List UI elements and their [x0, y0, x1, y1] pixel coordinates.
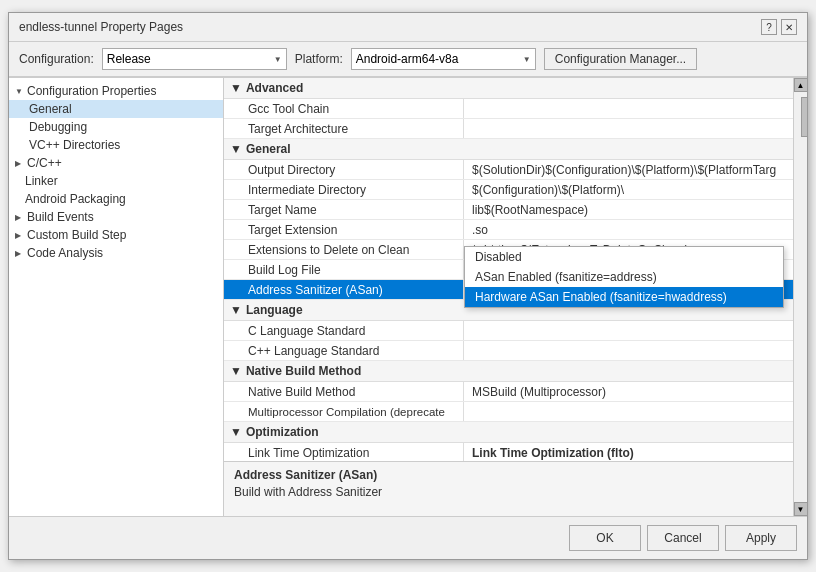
left-tree-panel: ▼ Configuration Properties General Debug… — [9, 78, 224, 516]
tree-item-build-events[interactable]: ▶ Build Events — [9, 208, 223, 226]
dropdown-item-hwasan[interactable]: Hardware ASan Enabled (fsanitize=hwaddre… — [465, 287, 783, 307]
config-label: Configuration: — [19, 52, 94, 66]
scroll-thumb[interactable] — [801, 97, 808, 137]
section-expand-icon: ▼ — [230, 81, 242, 95]
prop-name: Native Build Method — [224, 382, 464, 401]
prop-name: Gcc Tool Chain — [224, 99, 464, 118]
scroll-up-button[interactable]: ▲ — [794, 78, 808, 92]
info-bar: Address Sanitizer (ASan) Build with Addr… — [224, 461, 793, 516]
tree-item-android-pkg[interactable]: Android Packaging — [9, 190, 223, 208]
ok-button[interactable]: OK — [569, 525, 641, 551]
tree-label: Custom Build Step — [27, 228, 126, 242]
prop-name: Target Extension — [224, 220, 464, 239]
prop-name: Target Name — [224, 200, 464, 219]
prop-row-target-arch[interactable]: Target Architecture — [224, 119, 793, 139]
tree-item-custom-build[interactable]: ▶ Custom Build Step — [9, 226, 223, 244]
prop-value: $(SolutionDir)$(Configuration)\$(Platfor… — [464, 160, 793, 179]
tree-item-vc-dirs[interactable]: VC++ Directories — [9, 136, 223, 154]
expand-icon-cpp: ▶ — [15, 159, 25, 168]
tree-item-general[interactable]: General — [9, 100, 223, 118]
tree-item-cpp[interactable]: ▶ C/C++ — [9, 154, 223, 172]
help-button[interactable]: ? — [761, 19, 777, 35]
prop-name: Intermediate Directory — [224, 180, 464, 199]
section-title: Language — [246, 303, 303, 317]
asan-dropdown: Disabled ASan Enabled (fsanitize=address… — [464, 246, 784, 308]
prop-name: Extensions to Delete on Clean — [224, 240, 464, 259]
section-native-build: ▼ Native Build Method — [224, 361, 793, 382]
prop-value — [464, 341, 793, 360]
tree-item-code-analysis[interactable]: ▶ Code Analysis — [9, 244, 223, 262]
tree-label: Android Packaging — [25, 192, 126, 206]
section-title: Optimization — [246, 425, 319, 439]
tree-item-debugging[interactable]: Debugging — [9, 118, 223, 136]
prop-row-native-method[interactable]: Native Build Method MSBuild (Multiproces… — [224, 382, 793, 402]
platform-dropdown-arrow: ▼ — [523, 55, 531, 64]
prop-row-target-ext[interactable]: Target Extension .so — [224, 220, 793, 240]
platform-value: Android-arm64-v8a — [356, 52, 459, 66]
prop-row-cpp-lang[interactable]: C++ Language Standard — [224, 341, 793, 361]
property-pages-dialog: endless-tunnel Property Pages ? ✕ Config… — [8, 12, 808, 560]
scroll-down-button[interactable]: ▼ — [794, 502, 808, 516]
prop-value: MSBuild (Multiprocessor) — [464, 382, 793, 401]
prop-value — [464, 119, 793, 138]
cancel-button[interactable]: Cancel — [647, 525, 719, 551]
expand-icon-code: ▶ — [15, 249, 25, 258]
section-title: Native Build Method — [246, 364, 361, 378]
prop-value — [464, 321, 793, 340]
platform-select[interactable]: Android-arm64-v8a ▼ — [351, 48, 536, 70]
section-advanced: ▼ Advanced — [224, 78, 793, 99]
prop-row-intermediate-dir[interactable]: Intermediate Directory $(Configuration)\… — [224, 180, 793, 200]
dialog-title: endless-tunnel Property Pages — [19, 20, 183, 34]
config-select[interactable]: Release ▼ — [102, 48, 287, 70]
prop-name: Output Directory — [224, 160, 464, 179]
dropdown-item-disabled[interactable]: Disabled — [465, 247, 783, 267]
tree-item-config-props[interactable]: ▼ Configuration Properties — [9, 82, 223, 100]
prop-value: $(Configuration)\$(Platform)\ — [464, 180, 793, 199]
prop-value: Link Time Optimization (flto) — [464, 443, 793, 461]
platform-label: Platform: — [295, 52, 343, 66]
tree-label: VC++ Directories — [29, 138, 120, 152]
prop-name: Link Time Optimization — [224, 443, 464, 461]
prop-row-output-dir[interactable]: Output Directory $(SolutionDir)$(Configu… — [224, 160, 793, 180]
section-expand-icon: ▼ — [230, 425, 242, 439]
right-panel-container: ▼ Advanced Gcc Tool Chain Target Archite… — [224, 78, 807, 516]
footer: OK Cancel Apply — [9, 516, 807, 559]
section-expand-icon: ▼ — [230, 142, 242, 156]
vertical-scrollbar[interactable]: ▲ ▼ — [793, 78, 807, 516]
prop-name: C++ Language Standard — [224, 341, 464, 360]
prop-value: .so — [464, 220, 793, 239]
config-dropdown-arrow: ▼ — [274, 55, 282, 64]
prop-row-target-name[interactable]: Target Name lib$(RootNamespace) — [224, 200, 793, 220]
expand-icon-custom: ▶ — [15, 231, 25, 240]
prop-row-lto[interactable]: Link Time Optimization Link Time Optimiz… — [224, 443, 793, 461]
expand-icon: ▼ — [15, 87, 25, 96]
tree-label: C/C++ — [27, 156, 62, 170]
section-optimization: ▼ Optimization — [224, 422, 793, 443]
main-content: ▼ Configuration Properties General Debug… — [9, 77, 807, 516]
dropdown-item-asan[interactable]: ASan Enabled (fsanitize=address) — [465, 267, 783, 287]
apply-button[interactable]: Apply — [725, 525, 797, 551]
info-title: Address Sanitizer (ASan) — [234, 468, 783, 482]
right-panel: ▼ Advanced Gcc Tool Chain Target Archite… — [224, 78, 793, 516]
config-value: Release — [107, 52, 151, 66]
prop-row-c-lang[interactable]: C Language Standard — [224, 321, 793, 341]
close-button[interactable]: ✕ — [781, 19, 797, 35]
config-manager-button[interactable]: Configuration Manager... — [544, 48, 697, 70]
section-expand-icon: ▼ — [230, 303, 242, 317]
tree-label: Linker — [25, 174, 58, 188]
tree-item-linker[interactable]: Linker — [9, 172, 223, 190]
properties-area: ▼ Advanced Gcc Tool Chain Target Archite… — [224, 78, 793, 461]
prop-name: Address Sanitizer (ASan) — [224, 280, 464, 299]
info-description: Build with Address Sanitizer — [234, 485, 783, 499]
prop-value — [464, 99, 793, 118]
section-expand-icon: ▼ — [230, 364, 242, 378]
prop-row-gcc[interactable]: Gcc Tool Chain — [224, 99, 793, 119]
prop-value — [464, 402, 793, 421]
prop-name: Build Log File — [224, 260, 464, 279]
tree-label: Code Analysis — [27, 246, 103, 260]
tree-label: Build Events — [27, 210, 94, 224]
tree-label: Debugging — [29, 120, 87, 134]
prop-row-multiproc[interactable]: Multiprocessor Compilation (deprecate — [224, 402, 793, 422]
tree-label: General — [29, 102, 72, 116]
prop-name: C Language Standard — [224, 321, 464, 340]
